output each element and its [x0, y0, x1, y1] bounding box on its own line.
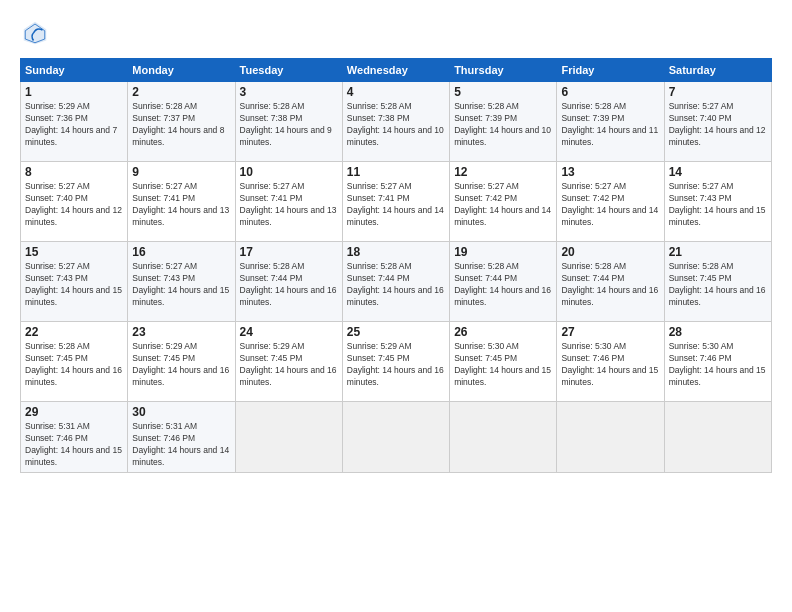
- day-info: Sunrise: 5:30 AMSunset: 7:45 PMDaylight:…: [454, 341, 552, 389]
- table-row: 12Sunrise: 5:27 AMSunset: 7:42 PMDayligh…: [450, 162, 557, 242]
- day-number: 1: [25, 85, 123, 99]
- day-number: 3: [240, 85, 338, 99]
- table-row: [342, 402, 449, 473]
- logo: [20, 18, 54, 48]
- table-row: 9Sunrise: 5:27 AMSunset: 7:41 PMDaylight…: [128, 162, 235, 242]
- day-info: Sunrise: 5:28 AMSunset: 7:38 PMDaylight:…: [240, 101, 338, 149]
- calendar-week-row: 15Sunrise: 5:27 AMSunset: 7:43 PMDayligh…: [21, 242, 772, 322]
- day-number: 4: [347, 85, 445, 99]
- day-info: Sunrise: 5:29 AMSunset: 7:45 PMDaylight:…: [132, 341, 230, 389]
- day-number: 9: [132, 165, 230, 179]
- day-number: 2: [132, 85, 230, 99]
- day-info: Sunrise: 5:28 AMSunset: 7:37 PMDaylight:…: [132, 101, 230, 149]
- day-number: 28: [669, 325, 767, 339]
- col-saturday: Saturday: [664, 59, 771, 82]
- calendar-week-row: 29Sunrise: 5:31 AMSunset: 7:46 PMDayligh…: [21, 402, 772, 473]
- table-row: 26Sunrise: 5:30 AMSunset: 7:45 PMDayligh…: [450, 322, 557, 402]
- table-row: 15Sunrise: 5:27 AMSunset: 7:43 PMDayligh…: [21, 242, 128, 322]
- day-info: Sunrise: 5:31 AMSunset: 7:46 PMDaylight:…: [132, 421, 230, 469]
- day-info: Sunrise: 5:28 AMSunset: 7:39 PMDaylight:…: [454, 101, 552, 149]
- day-number: 11: [347, 165, 445, 179]
- page: Sunday Monday Tuesday Wednesday Thursday…: [0, 0, 792, 612]
- logo-icon: [20, 18, 50, 48]
- day-number: 17: [240, 245, 338, 259]
- day-number: 20: [561, 245, 659, 259]
- day-number: 13: [561, 165, 659, 179]
- table-row: 14Sunrise: 5:27 AMSunset: 7:43 PMDayligh…: [664, 162, 771, 242]
- day-info: Sunrise: 5:27 AMSunset: 7:43 PMDaylight:…: [25, 261, 123, 309]
- table-row: 11Sunrise: 5:27 AMSunset: 7:41 PMDayligh…: [342, 162, 449, 242]
- col-thursday: Thursday: [450, 59, 557, 82]
- day-number: 18: [347, 245, 445, 259]
- day-number: 22: [25, 325, 123, 339]
- table-row: 3Sunrise: 5:28 AMSunset: 7:38 PMDaylight…: [235, 82, 342, 162]
- day-number: 15: [25, 245, 123, 259]
- table-row: 4Sunrise: 5:28 AMSunset: 7:38 PMDaylight…: [342, 82, 449, 162]
- calendar-header-row: Sunday Monday Tuesday Wednesday Thursday…: [21, 59, 772, 82]
- svg-marker-0: [24, 22, 47, 45]
- col-friday: Friday: [557, 59, 664, 82]
- table-row: [664, 402, 771, 473]
- table-row: 23Sunrise: 5:29 AMSunset: 7:45 PMDayligh…: [128, 322, 235, 402]
- table-row: 2Sunrise: 5:28 AMSunset: 7:37 PMDaylight…: [128, 82, 235, 162]
- col-wednesday: Wednesday: [342, 59, 449, 82]
- day-info: Sunrise: 5:28 AMSunset: 7:45 PMDaylight:…: [669, 261, 767, 309]
- day-info: Sunrise: 5:28 AMSunset: 7:44 PMDaylight:…: [561, 261, 659, 309]
- table-row: 1Sunrise: 5:29 AMSunset: 7:36 PMDaylight…: [21, 82, 128, 162]
- day-info: Sunrise: 5:28 AMSunset: 7:38 PMDaylight:…: [347, 101, 445, 149]
- day-number: 27: [561, 325, 659, 339]
- day-info: Sunrise: 5:28 AMSunset: 7:45 PMDaylight:…: [25, 341, 123, 389]
- table-row: 8Sunrise: 5:27 AMSunset: 7:40 PMDaylight…: [21, 162, 128, 242]
- day-number: 26: [454, 325, 552, 339]
- day-number: 5: [454, 85, 552, 99]
- calendar-week-row: 8Sunrise: 5:27 AMSunset: 7:40 PMDaylight…: [21, 162, 772, 242]
- day-number: 29: [25, 405, 123, 419]
- table-row: 22Sunrise: 5:28 AMSunset: 7:45 PMDayligh…: [21, 322, 128, 402]
- day-info: Sunrise: 5:28 AMSunset: 7:44 PMDaylight:…: [347, 261, 445, 309]
- table-row: 16Sunrise: 5:27 AMSunset: 7:43 PMDayligh…: [128, 242, 235, 322]
- table-row: 27Sunrise: 5:30 AMSunset: 7:46 PMDayligh…: [557, 322, 664, 402]
- day-info: Sunrise: 5:27 AMSunset: 7:42 PMDaylight:…: [454, 181, 552, 229]
- day-info: Sunrise: 5:28 AMSunset: 7:39 PMDaylight:…: [561, 101, 659, 149]
- day-number: 7: [669, 85, 767, 99]
- table-row: 30Sunrise: 5:31 AMSunset: 7:46 PMDayligh…: [128, 402, 235, 473]
- day-number: 30: [132, 405, 230, 419]
- col-tuesday: Tuesday: [235, 59, 342, 82]
- col-monday: Monday: [128, 59, 235, 82]
- day-number: 16: [132, 245, 230, 259]
- table-row: 21Sunrise: 5:28 AMSunset: 7:45 PMDayligh…: [664, 242, 771, 322]
- day-info: Sunrise: 5:28 AMSunset: 7:44 PMDaylight:…: [454, 261, 552, 309]
- table-row: 24Sunrise: 5:29 AMSunset: 7:45 PMDayligh…: [235, 322, 342, 402]
- day-number: 25: [347, 325, 445, 339]
- table-row: [235, 402, 342, 473]
- table-row: 19Sunrise: 5:28 AMSunset: 7:44 PMDayligh…: [450, 242, 557, 322]
- day-info: Sunrise: 5:27 AMSunset: 7:43 PMDaylight:…: [669, 181, 767, 229]
- day-info: Sunrise: 5:27 AMSunset: 7:41 PMDaylight:…: [240, 181, 338, 229]
- day-number: 23: [132, 325, 230, 339]
- day-number: 21: [669, 245, 767, 259]
- day-info: Sunrise: 5:30 AMSunset: 7:46 PMDaylight:…: [561, 341, 659, 389]
- table-row: 17Sunrise: 5:28 AMSunset: 7:44 PMDayligh…: [235, 242, 342, 322]
- table-row: 25Sunrise: 5:29 AMSunset: 7:45 PMDayligh…: [342, 322, 449, 402]
- table-row: 7Sunrise: 5:27 AMSunset: 7:40 PMDaylight…: [664, 82, 771, 162]
- table-row: 5Sunrise: 5:28 AMSunset: 7:39 PMDaylight…: [450, 82, 557, 162]
- table-row: 29Sunrise: 5:31 AMSunset: 7:46 PMDayligh…: [21, 402, 128, 473]
- day-info: Sunrise: 5:29 AMSunset: 7:36 PMDaylight:…: [25, 101, 123, 149]
- day-number: 14: [669, 165, 767, 179]
- table-row: 10Sunrise: 5:27 AMSunset: 7:41 PMDayligh…: [235, 162, 342, 242]
- day-number: 6: [561, 85, 659, 99]
- day-info: Sunrise: 5:28 AMSunset: 7:44 PMDaylight:…: [240, 261, 338, 309]
- calendar-week-row: 1Sunrise: 5:29 AMSunset: 7:36 PMDaylight…: [21, 82, 772, 162]
- table-row: 6Sunrise: 5:28 AMSunset: 7:39 PMDaylight…: [557, 82, 664, 162]
- table-row: 28Sunrise: 5:30 AMSunset: 7:46 PMDayligh…: [664, 322, 771, 402]
- day-info: Sunrise: 5:27 AMSunset: 7:40 PMDaylight:…: [25, 181, 123, 229]
- day-info: Sunrise: 5:27 AMSunset: 7:41 PMDaylight:…: [347, 181, 445, 229]
- table-row: 18Sunrise: 5:28 AMSunset: 7:44 PMDayligh…: [342, 242, 449, 322]
- day-number: 24: [240, 325, 338, 339]
- day-info: Sunrise: 5:29 AMSunset: 7:45 PMDaylight:…: [240, 341, 338, 389]
- header: [20, 18, 772, 48]
- day-info: Sunrise: 5:31 AMSunset: 7:46 PMDaylight:…: [25, 421, 123, 469]
- table-row: 20Sunrise: 5:28 AMSunset: 7:44 PMDayligh…: [557, 242, 664, 322]
- day-info: Sunrise: 5:30 AMSunset: 7:46 PMDaylight:…: [669, 341, 767, 389]
- day-info: Sunrise: 5:29 AMSunset: 7:45 PMDaylight:…: [347, 341, 445, 389]
